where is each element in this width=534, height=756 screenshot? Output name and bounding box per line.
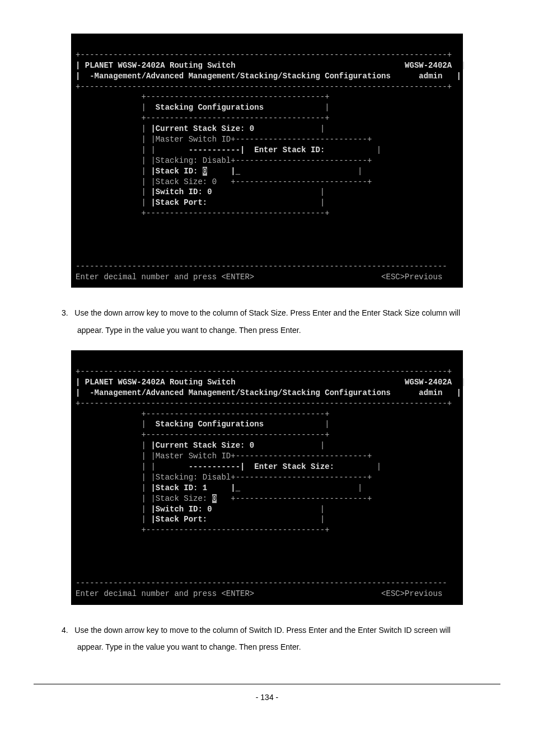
t1-user: admin <box>419 72 442 81</box>
t2-prompt: -----------| Enter Stack Size: <box>189 462 334 471</box>
t1-header-left: PLANET WGSW-2402A Routing Switch <box>85 61 236 70</box>
t2-current: |Current Stack Size: 0 <box>151 441 254 450</box>
t2-header-left: PLANET WGSW-2402A Routing Switch <box>85 378 236 387</box>
t1-stack-id-cursor: |_ <box>231 167 240 176</box>
t2-master: |Master Switch ID+----------------------… <box>151 452 372 461</box>
page-number: - 134 - <box>34 684 500 702</box>
t1-breadcrumb: -Management/Advanced Management/Stacking… <box>90 72 391 81</box>
t1-prompt: -----------| Enter Stack ID: <box>189 145 325 154</box>
t2-stack-port: |Stack Port: <box>151 515 207 524</box>
t1-footer-left: Enter decimal number and press <ENTER> <box>76 273 254 281</box>
instr1-num: 3. <box>62 308 68 317</box>
terminal-1: +---------------------------------------… <box>71 34 463 288</box>
t2-footer-left: Enter decimal number and press <ENTER> <box>76 589 254 598</box>
t2-breadcrumb: -Management/Advanced Management/Stacking… <box>90 388 391 397</box>
instruction-4: 4. Use the down arrow key to move to the… <box>62 622 472 656</box>
t1-footer-right: <ESC>Previous <box>381 273 442 281</box>
t1-stack-id-label: |Stack ID: <box>151 167 202 176</box>
instruction-3: 3. Use the down arrow key to move to the… <box>62 304 472 339</box>
t2-stack-size-value: 0 <box>212 494 217 503</box>
t2-stacking: |Stacking: Disabl+----------------------… <box>151 473 372 482</box>
t1-stacking: |Stacking: Disabl+----------------------… <box>151 156 372 165</box>
t2-header-right: WGSW-2402A <box>405 378 452 387</box>
t2-user: admin <box>419 388 442 397</box>
t1-current: |Current Stack Size: 0 <box>151 124 254 133</box>
t1-stack-size: |Stack Size: 0 +------------------------… <box>151 177 372 186</box>
instr1-text: Use the down arrow key to move to the co… <box>74 308 460 335</box>
t2-stack-size-label: |Stack Size: <box>151 494 212 503</box>
t1-stack-id-value: 0 <box>203 167 207 176</box>
t1-switch-id: |Switch ID: 0 <box>151 187 212 196</box>
t1-stack-port: |Stack Port: <box>151 198 207 207</box>
t2-stack-size-rest: +----------------------------+ <box>217 494 372 503</box>
terminal-2: +---------------------------------------… <box>71 350 463 604</box>
t2-switch-id: |Switch ID: 0 <box>151 505 212 514</box>
instr2-text: Use the down arrow key to move to the co… <box>74 626 451 652</box>
t2-panel-title: Stacking Configurations <box>156 420 264 429</box>
t2-stack-id: |Stack ID: 1 |_ <box>151 483 240 492</box>
t1-panel-title: Stacking Configurations <box>156 103 264 112</box>
t1-master: |Master Switch ID+----------------------… <box>151 135 372 144</box>
instr2-num: 4. <box>62 626 68 635</box>
t2-footer-right: <ESC>Previous <box>381 589 442 598</box>
t1-header-right: WGSW-2402A <box>405 61 452 70</box>
